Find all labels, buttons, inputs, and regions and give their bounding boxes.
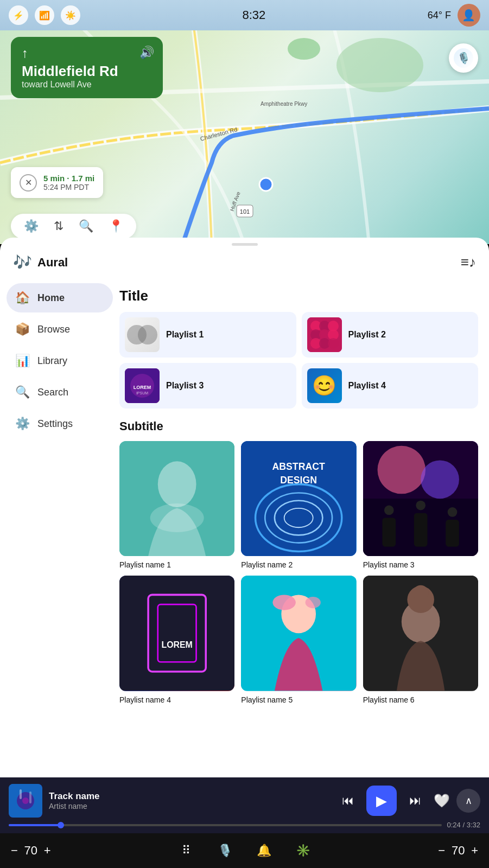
- album-art-3: [363, 441, 478, 556]
- svg-point-1: [336, 38, 423, 92]
- vol-right-minus[interactable]: −: [438, 844, 445, 858]
- svg-point-49: [306, 597, 321, 608]
- mic-nav-icon[interactable]: 🎙️: [213, 839, 237, 863]
- playlist-card-2[interactable]: Playlist 2: [302, 312, 479, 358]
- bottom-sheet: 🎶 Aural ≡♪ 🏠 Home 📦 Browse 📊 Library 🔍 S…: [0, 238, 489, 803]
- section-subtitle: Subtitle: [119, 419, 478, 433]
- playlist-thumb-4: 😊: [307, 368, 342, 403]
- smiley-icon: 😊: [312, 374, 336, 397]
- sidebar: 🏠 Home 📦 Browse 📊 Library 🔍 Search ⚙️ Se…: [0, 279, 119, 714]
- album-item-5[interactable]: Playlist name 5: [241, 576, 356, 704]
- grid-icon[interactable]: ⠿: [174, 839, 198, 863]
- play-button[interactable]: ▶: [366, 786, 397, 816]
- nav-info-card: ✕ 5 min · 1.7 mi 5:24 PM PDT: [11, 167, 103, 198]
- playlist-thumb-1: [125, 317, 160, 352]
- svg-point-48: [273, 595, 296, 610]
- nav-toward: toward Lowell Ave: [22, 80, 152, 90]
- status-time: 8:32: [242, 8, 265, 22]
- prev-button[interactable]: ⏮: [336, 789, 360, 813]
- mic-button[interactable]: 🎙️: [449, 43, 478, 73]
- user-avatar[interactable]: 👤: [458, 4, 480, 27]
- sidebar-item-library[interactable]: 📊 Library: [7, 346, 113, 375]
- app-header: 🎶 Aural ≡♪: [0, 246, 489, 279]
- sidebar-item-label: Browse: [37, 324, 70, 335]
- pin-icon[interactable]: 📍: [109, 219, 123, 233]
- album-grid: Playlist name 1 ABSTRACT DESIGN: [119, 441, 478, 704]
- expand-button[interactable]: ∧: [456, 789, 480, 813]
- playlist-name-1: Playlist 1: [166, 330, 204, 340]
- vol-right-plus[interactable]: +: [471, 844, 478, 858]
- svg-text:101: 101: [240, 208, 250, 215]
- svg-rect-6: [237, 205, 253, 217]
- svg-point-56: [22, 797, 29, 804]
- album-item-1[interactable]: Playlist name 1: [119, 441, 234, 569]
- svg-rect-42: [119, 576, 234, 691]
- svg-point-24: [150, 503, 204, 532]
- sidebar-item-label: Home: [37, 292, 65, 304]
- progress-fill: [9, 824, 61, 826]
- queue-icon[interactable]: ≡♪: [461, 254, 476, 271]
- playlist-name-3: Playlist 3: [166, 381, 204, 391]
- next-button[interactable]: ⏭: [403, 789, 427, 813]
- search-map-icon[interactable]: 🔍: [79, 219, 93, 233]
- svg-point-0: [259, 178, 272, 191]
- svg-rect-57: [20, 789, 22, 799]
- svg-rect-37: [414, 513, 427, 547]
- search-icon: 🔍: [15, 385, 30, 399]
- browse-icon: 📦: [15, 322, 30, 336]
- album-label-3: Playlist name 3: [363, 560, 478, 569]
- album-label-1: Playlist name 1: [119, 560, 234, 569]
- nav-icons-center: ⠿ 🎙️ 🔔 ✳️: [174, 839, 315, 863]
- svg-text:Huff Ave: Huff Ave: [229, 190, 242, 212]
- like-button[interactable]: 🤍: [434, 793, 450, 808]
- svg-text:Charleston Rd: Charleston Rd: [199, 126, 238, 142]
- svg-rect-58: [29, 792, 31, 803]
- sidebar-item-settings[interactable]: ⚙️ Settings: [7, 409, 113, 438]
- album-label-5: Playlist name 5: [241, 695, 356, 704]
- playlist-card-4[interactable]: 😊 Playlist 4: [302, 363, 479, 409]
- track-time: 0:24 / 3:32: [447, 821, 480, 829]
- sidebar-item-search[interactable]: 🔍 Search: [7, 378, 113, 407]
- progress-track[interactable]: [9, 824, 442, 826]
- playlist-card-3[interactable]: LOREM IPSUM Playlist 3: [119, 363, 296, 409]
- nav-toolbar: ⚙️ ⇅ 🔍 📍: [11, 214, 136, 239]
- svg-point-23: [158, 461, 196, 507]
- sidebar-item-browse[interactable]: 📦 Browse: [7, 315, 113, 344]
- temperature: 64° F: [428, 10, 451, 21]
- album-item-4[interactable]: LOREM Playlist name 4: [119, 576, 234, 704]
- svg-point-34: [377, 446, 425, 494]
- vol-left-minus[interactable]: −: [11, 844, 18, 858]
- album-item-2[interactable]: ABSTRACT DESIGN Playlist name 2: [241, 441, 356, 569]
- sidebar-item-home[interactable]: 🏠 Home: [7, 283, 113, 312]
- navigation-card: ↑ 🔊 Middlefield Rd toward Lowell Ave: [11, 37, 163, 98]
- svg-point-2: [288, 38, 320, 60]
- svg-text:LOREM: LOREM: [134, 385, 151, 390]
- svg-rect-25: [241, 441, 356, 556]
- svg-rect-38: [446, 520, 459, 547]
- track-info: Track name Artist name: [49, 791, 329, 810]
- settings-icon[interactable]: ⚙️: [24, 219, 39, 233]
- settings-nav-icon: ⚙️: [15, 417, 30, 431]
- playlist-name-4: Playlist 4: [348, 381, 386, 391]
- nav-direction-icon: ↑: [22, 46, 152, 61]
- playlist-thumb-3: LOREM IPSUM: [125, 368, 160, 403]
- album-item-6[interactable]: Playlist name 6: [363, 576, 478, 704]
- bell-icon[interactable]: 🔔: [252, 839, 276, 863]
- routes-icon[interactable]: ⇅: [54, 219, 63, 233]
- svg-point-39: [384, 506, 394, 515]
- vol-left-plus[interactable]: +: [44, 844, 51, 858]
- playlist-card-1[interactable]: Playlist 1: [119, 312, 296, 358]
- sidebar-item-label: Library: [37, 355, 67, 367]
- nav-close-button[interactable]: ✕: [20, 174, 37, 192]
- track-artist: Artist name: [49, 802, 329, 810]
- album-item-3[interactable]: Playlist name 3: [363, 441, 478, 569]
- progress-bar[interactable]: 0:24 / 3:32: [0, 821, 489, 833]
- status-bar: ⚡ 📶 ☀️ 8:32 64° F 👤: [0, 0, 489, 30]
- fan-icon[interactable]: ✳️: [291, 839, 315, 863]
- svg-point-53: [413, 585, 428, 601]
- nav-eta: 5:24 PM PDT: [43, 183, 94, 192]
- signal-icon: 📶: [35, 5, 54, 25]
- nav-sound-icon[interactable]: 🔊: [139, 46, 154, 60]
- player-bar: Track name Artist name ⏮ ▶ ⏭ 🤍 ∧ 0:24 / …: [0, 777, 489, 833]
- svg-text:LOREM: LOREM: [161, 640, 192, 649]
